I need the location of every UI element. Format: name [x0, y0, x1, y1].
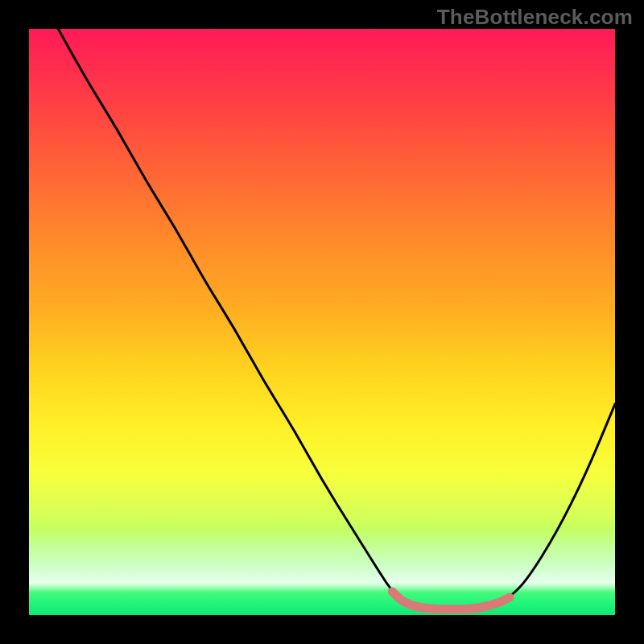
- bottleneck-curve-svg: [29, 29, 615, 615]
- plot-area: [29, 29, 615, 615]
- chart-frame: TheBottleneck.com: [0, 0, 644, 644]
- bottleneck-curve-path: [58, 29, 615, 609]
- sweet-spot-highlight: [392, 592, 510, 609]
- watermark-text: TheBottleneck.com: [437, 5, 633, 30]
